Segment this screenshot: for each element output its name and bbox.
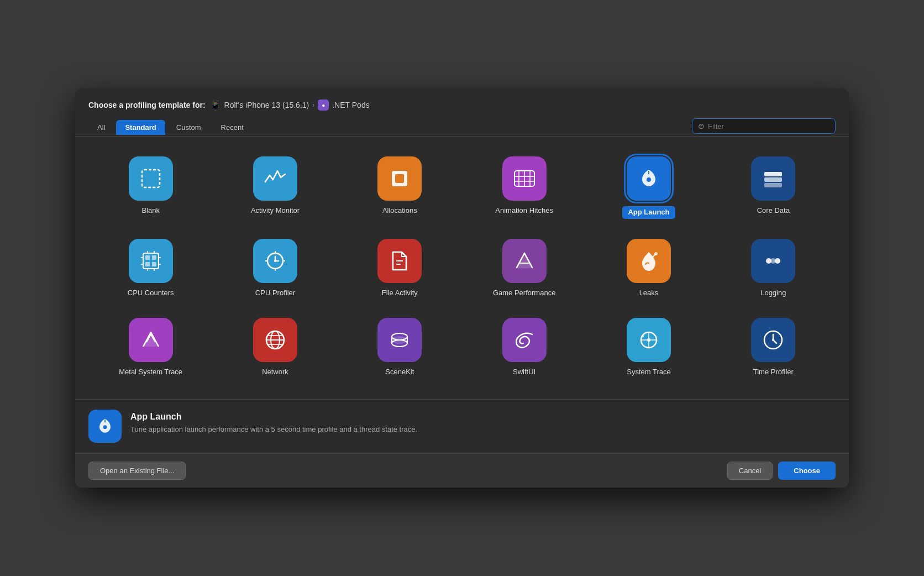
app-name: .NET Pods [332, 101, 369, 109]
svg-text:✕: ✕ [642, 334, 645, 338]
svg-rect-15 [145, 255, 150, 260]
cancel-button[interactable]: Cancel [727, 462, 773, 480]
tabs-group: All Standard Custom Recent [88, 120, 253, 135]
animation-hitches-label: Animation Hitches [495, 206, 553, 216]
detail-title: App Launch [130, 412, 417, 422]
template-activity-monitor[interactable]: Activity Monitor [213, 148, 337, 230]
svg-point-36 [654, 252, 658, 255]
svg-rect-13 [764, 183, 782, 187]
header-label: Choose a profiling template for: [88, 101, 206, 109]
app-launch-label: App Launch [622, 206, 675, 219]
filter-box[interactable]: ⊜ [692, 118, 836, 134]
network-label: Network [262, 368, 288, 377]
filter-input[interactable] [708, 122, 830, 130]
svg-rect-17 [145, 262, 150, 266]
template-file-activity[interactable]: File Activity [338, 230, 462, 309]
svg-point-39 [770, 258, 776, 264]
logging-label: Logging [760, 289, 786, 298]
device-icon: 📱 [210, 100, 221, 111]
profiling-template-dialog: Choose a profiling template for: 📱 Rolf'… [75, 88, 849, 488]
svg-point-55 [647, 338, 650, 342]
template-system-trace[interactable]: ✕ System Trace [586, 309, 711, 388]
dialog-header: Choose a profiling template for: 📱 Rolf'… [75, 88, 849, 137]
scenekit-icon [377, 318, 422, 362]
game-performance-icon [502, 239, 547, 283]
cpu-counters-icon [129, 239, 173, 283]
template-time-profiler[interactable]: Time Profiler [711, 309, 836, 388]
detail-section: App Launch Tune application launch perfo… [75, 400, 849, 453]
core-data-label: Core Data [757, 206, 790, 216]
template-network[interactable]: Network [213, 309, 337, 388]
template-app-launch[interactable]: App Launch [586, 148, 711, 230]
template-animation-hitches[interactable]: Animation Hitches [462, 148, 586, 230]
blank-label: Blank [141, 206, 160, 216]
svg-rect-18 [152, 262, 156, 266]
svg-point-59 [103, 425, 107, 429]
template-swiftui[interactable]: SwiftUI [462, 309, 586, 388]
open-existing-button[interactable]: Open an Existing File... [88, 462, 186, 480]
system-trace-label: System Trace [627, 368, 670, 377]
template-scenekit[interactable]: SceneKit [338, 309, 462, 388]
cpu-profiler-icon [253, 239, 297, 283]
detail-icon-wrap [88, 410, 122, 443]
choose-button[interactable]: Choose [778, 462, 836, 480]
metal-system-trace-icon [129, 318, 173, 362]
svg-point-9 [647, 177, 651, 182]
animation-hitches-icon [502, 156, 547, 201]
leaks-label: Leaks [639, 289, 659, 298]
svg-rect-12 [764, 177, 782, 182]
game-performance-label: Game Performance [493, 289, 555, 298]
template-metal-system-trace[interactable]: Metal System Trace [88, 309, 213, 388]
swiftui-icon [502, 318, 547, 362]
allocations-label: Allocations [382, 206, 417, 216]
dialog-footer: Open an Existing File... Cancel Choose [75, 453, 849, 488]
template-grid: Blank Activity Monitor Allocations [88, 148, 836, 388]
system-trace-icon: ✕ [627, 318, 671, 362]
template-game-performance[interactable]: Game Performance [462, 230, 586, 309]
svg-rect-0 [142, 170, 160, 187]
footer-right-buttons: Cancel Choose [727, 462, 836, 480]
template-allocations[interactable]: Allocations [338, 148, 462, 230]
template-core-data[interactable]: Core Data [711, 148, 836, 230]
detail-text: App Launch Tune application launch perfo… [130, 410, 417, 435]
logging-icon [751, 239, 795, 283]
template-leaks[interactable]: Leaks [586, 230, 711, 309]
template-blank[interactable]: Blank [88, 148, 213, 230]
chevron-icon: › [312, 101, 314, 109]
activity-monitor-label: Activity Monitor [251, 206, 300, 216]
tab-standard[interactable]: Standard [116, 120, 165, 135]
metal-system-trace-label: Metal System Trace [119, 368, 182, 377]
core-data-icon [751, 156, 795, 201]
file-activity-label: File Activity [382, 289, 418, 298]
allocations-icon [377, 156, 422, 201]
tab-all[interactable]: All [88, 120, 114, 135]
header-top: Choose a profiling template for: 📱 Rolf'… [88, 100, 836, 111]
svg-point-28 [274, 260, 276, 262]
network-icon [253, 318, 297, 362]
svg-rect-16 [152, 255, 156, 260]
blank-icon [129, 156, 173, 201]
scenekit-label: SceneKit [385, 368, 414, 377]
cpu-counters-label: CPU Counters [128, 289, 174, 298]
time-profiler-icon [751, 318, 795, 362]
detail-description: Tune application launch performance with… [130, 424, 417, 435]
svg-rect-14 [143, 253, 159, 269]
device-name: Rolf's iPhone 13 (15.6.1) [224, 101, 309, 109]
svg-rect-2 [395, 174, 404, 183]
time-profiler-label: Time Profiler [753, 368, 794, 377]
tabs-row: All Standard Custom Recent ⊜ [88, 118, 836, 136]
activity-monitor-icon [253, 156, 297, 201]
template-cpu-counters[interactable]: CPU Counters [88, 230, 213, 309]
svg-point-58 [772, 339, 774, 341]
template-grid-content: Blank Activity Monitor Allocations [75, 137, 849, 399]
app-badge: ● [318, 100, 329, 111]
file-activity-icon [377, 239, 422, 283]
device-info: 📱 Rolf's iPhone 13 (15.6.1) › ● .NET Pod… [210, 100, 370, 111]
template-cpu-profiler[interactable]: CPU Profiler [213, 230, 337, 309]
template-logging[interactable]: Logging [711, 230, 836, 309]
leaks-icon [627, 239, 671, 283]
tab-recent[interactable]: Recent [212, 120, 253, 135]
tab-custom[interactable]: Custom [167, 120, 210, 135]
filter-icon: ⊜ [698, 122, 705, 130]
svg-rect-11 [764, 172, 782, 176]
